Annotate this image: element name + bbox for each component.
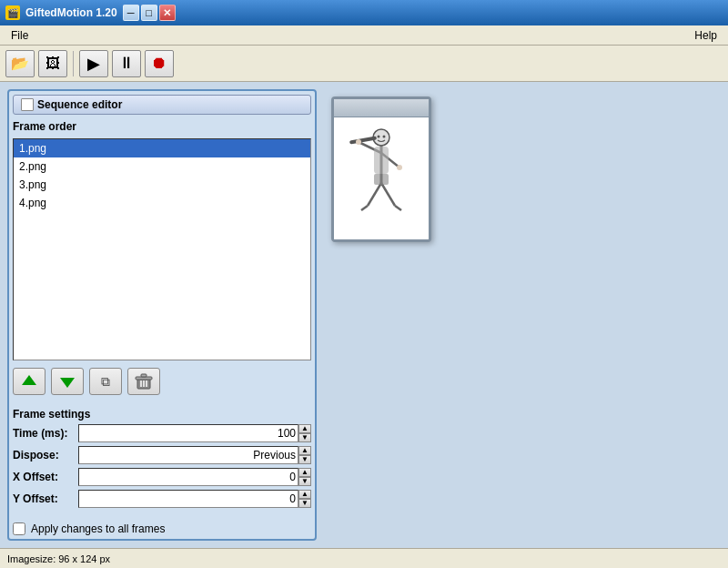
window-controls: ─ □ ✕ xyxy=(123,5,176,21)
xoffset-label: X Offset: xyxy=(13,471,78,483)
play-button[interactable]: ▶ xyxy=(79,50,108,77)
xoffset-setting-row: X Offset: ▲ ▼ xyxy=(13,468,311,486)
imagesize-label: Imagesize: 96 x 124 px xyxy=(7,553,110,564)
maximize-button[interactable]: □ xyxy=(141,5,157,21)
preview-frame xyxy=(331,96,431,242)
toolbar-separator xyxy=(73,51,74,76)
titlebar: 🎬 GiftedMotion 1.20 ─ □ ✕ xyxy=(0,0,728,25)
toolbar: 📂 🖼 ▶ ⏸ ⏺ xyxy=(0,46,728,82)
frame-list[interactable]: 1.png 2.png 3.png 4.png xyxy=(13,138,311,360)
svg-line-18 xyxy=(395,206,401,210)
dispose-spin-up[interactable]: ▲ xyxy=(298,446,311,455)
xoffset-input[interactable] xyxy=(78,468,298,486)
frame-control-buttons: ⧉ xyxy=(13,364,311,399)
svg-rect-20 xyxy=(374,174,389,185)
main-area: Sequence editor Frame order 1.png 2.png … xyxy=(0,82,728,548)
svg-point-22 xyxy=(397,165,402,170)
record-button[interactable]: ⏺ xyxy=(145,50,174,77)
app-icon: 🎬 xyxy=(5,5,20,20)
frame-settings-label: Frame settings xyxy=(13,406,311,424)
menubar: File Help xyxy=(0,25,728,46)
list-item[interactable]: 3.png xyxy=(14,176,310,194)
svg-line-16 xyxy=(361,206,368,210)
time-input-wrap: ▲ ▼ xyxy=(78,424,311,442)
xoffset-spin-down[interactable]: ▼ xyxy=(298,477,311,486)
yoffset-spin-down[interactable]: ▼ xyxy=(298,499,311,508)
frame-settings: Frame settings Time (ms): ▲ ▼ Dispose: xyxy=(13,402,311,515)
list-item[interactable]: 1.png xyxy=(14,139,310,157)
dispose-setting-row: Dispose: ▲ ▼ xyxy=(13,446,311,464)
svg-marker-0 xyxy=(22,375,36,385)
xoffset-input-wrap: ▲ ▼ xyxy=(78,468,311,486)
svg-line-17 xyxy=(381,183,395,206)
preview-header xyxy=(334,99,429,117)
add-image-button[interactable]: 🖼 xyxy=(38,50,67,77)
sequence-editor-header: Sequence editor xyxy=(13,95,311,115)
list-item[interactable]: 2.png xyxy=(14,157,310,176)
apply-all-label[interactable]: Apply changes to all frames xyxy=(31,522,165,535)
sequence-icon xyxy=(21,98,34,111)
time-setting-row: Time (ms): ▲ ▼ xyxy=(13,424,311,442)
dispose-input-wrap: ▲ ▼ xyxy=(78,446,311,464)
svg-point-21 xyxy=(356,139,361,145)
list-item[interactable]: 4.png xyxy=(14,194,310,212)
dispose-spin-down[interactable]: ▼ xyxy=(298,455,311,464)
svg-rect-4 xyxy=(141,374,147,377)
statusbar: Imagesize: 96 x 124 px xyxy=(0,548,728,568)
svg-rect-19 xyxy=(374,147,389,174)
menu-help[interactable]: Help xyxy=(687,27,724,44)
time-input[interactable] xyxy=(78,424,298,442)
window-title: GiftedMotion 1.20 xyxy=(25,6,117,19)
left-panel: Sequence editor Frame order 1.png 2.png … xyxy=(7,89,317,541)
copy-frame-button[interactable]: ⧉ xyxy=(89,368,122,395)
apply-all-row: Apply changes to all frames xyxy=(13,519,311,535)
time-spin-up[interactable]: ▲ xyxy=(298,424,311,433)
svg-marker-1 xyxy=(60,378,75,388)
move-down-button[interactable] xyxy=(51,368,84,395)
yoffset-spinner: ▲ ▼ xyxy=(298,490,311,508)
dispose-label: Dispose: xyxy=(13,449,78,462)
yoffset-input-wrap: ▲ ▼ xyxy=(78,490,311,508)
dispose-spinner: ▲ ▼ xyxy=(298,446,311,464)
time-spinner: ▲ ▼ xyxy=(298,424,311,442)
dispose-input[interactable] xyxy=(78,446,298,464)
preview-body xyxy=(334,117,429,239)
yoffset-spin-up[interactable]: ▲ xyxy=(298,490,311,499)
menu-file[interactable]: File xyxy=(4,27,35,44)
sequence-editor-title: Sequence editor xyxy=(37,98,122,111)
minimize-button[interactable]: ─ xyxy=(123,5,139,21)
yoffset-label: Y Offset: xyxy=(13,492,78,505)
xoffset-spin-up[interactable]: ▲ xyxy=(298,468,311,477)
pause-button[interactable]: ⏸ xyxy=(112,50,141,77)
stick-figure xyxy=(345,124,418,233)
yoffset-input[interactable] xyxy=(78,490,298,508)
yoffset-setting-row: Y Offset: ▲ ▼ xyxy=(13,490,311,508)
open-button[interactable]: 📂 xyxy=(5,50,35,77)
close-button[interactable]: ✕ xyxy=(159,5,176,21)
delete-frame-button[interactable] xyxy=(127,368,160,395)
frame-order-label: Frame order xyxy=(13,118,311,135)
preview-area xyxy=(324,89,721,541)
move-up-button[interactable] xyxy=(13,368,46,395)
svg-line-15 xyxy=(368,183,381,206)
svg-point-10 xyxy=(383,136,386,138)
xoffset-spinner: ▲ ▼ xyxy=(298,468,311,486)
time-label: Time (ms): xyxy=(13,427,78,440)
apply-all-checkbox[interactable] xyxy=(13,522,25,535)
time-spin-down[interactable]: ▼ xyxy=(298,433,311,442)
svg-point-9 xyxy=(378,136,380,138)
